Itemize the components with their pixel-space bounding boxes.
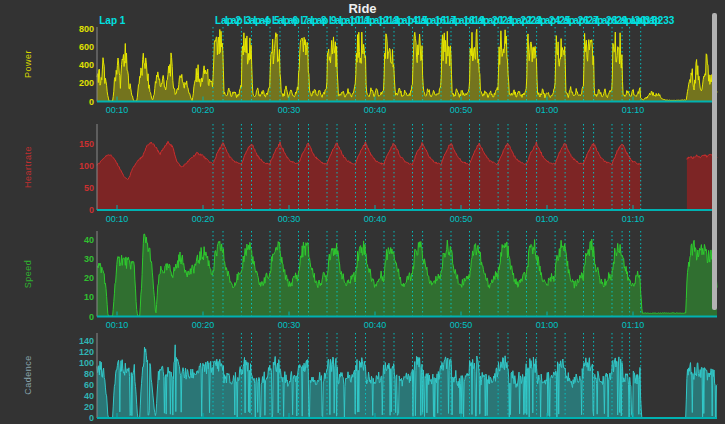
y-tick-label: 0	[60, 312, 94, 322]
vertical-scrollbar[interactable]	[710, 0, 719, 424]
cadence-axis-label: Cadence	[23, 335, 35, 415]
time-tick-label: 00:50	[439, 105, 483, 116]
lap-label: Lap 33	[643, 15, 675, 26]
time-tick-label: 00:40	[353, 214, 397, 225]
page-title: Ride	[0, 1, 725, 16]
time-tick-label: 00:30	[267, 214, 311, 225]
power-axis-label: Power	[23, 24, 35, 104]
y-tick-label: 800	[60, 24, 94, 34]
time-tick-label: 00:40	[353, 320, 397, 331]
time-tick-label: 01:10	[611, 105, 655, 116]
time-tick-label: 00:40	[353, 105, 397, 116]
y-tick-label: 60	[60, 380, 94, 390]
lap-label: Lap 1	[99, 15, 125, 26]
y-tick-label: 600	[60, 42, 94, 52]
time-tick-label: 01:00	[525, 320, 569, 331]
y-tick-label: 150	[60, 139, 94, 149]
time-tick-label: 00:20	[181, 105, 225, 116]
y-tick-label: 30	[60, 254, 94, 264]
y-tick-label: 0	[60, 413, 94, 423]
time-tick-label: 01:10	[611, 320, 655, 331]
y-tick-label: 100	[60, 358, 94, 368]
time-tick-label: 00:10	[95, 214, 139, 225]
time-tick-label: 00:10	[95, 105, 139, 116]
heartrate-plot-area[interactable]	[97, 124, 717, 210]
speed-plot-area[interactable]	[97, 231, 717, 317]
y-tick-label: 100	[60, 161, 94, 171]
time-tick-label: 00:50	[439, 214, 483, 225]
power-plot-area[interactable]	[97, 27, 717, 102]
scrollbar-thumb[interactable]	[712, 13, 717, 310]
y-tick-label: 40	[60, 235, 94, 245]
time-tick-label: 00:20	[181, 214, 225, 225]
time-tick-label: 00:20	[181, 320, 225, 331]
cadence-plot-area[interactable]	[97, 333, 717, 418]
speed-axis-label: Speed	[23, 234, 35, 314]
y-tick-label: 120	[60, 347, 94, 357]
y-tick-label: 0	[60, 205, 94, 215]
time-tick-label: 01:00	[525, 214, 569, 225]
time-tick-label: 00:30	[267, 320, 311, 331]
y-tick-label: 0	[60, 97, 94, 107]
y-tick-label: 200	[60, 78, 94, 88]
y-tick-label: 20	[60, 273, 94, 283]
y-tick-label: 140	[60, 336, 94, 346]
time-tick-label: 00:10	[95, 320, 139, 331]
y-tick-label: 50	[60, 183, 94, 193]
ride-analysis-window: Ride 020040060080000:1000:2000:3000:4000…	[0, 0, 725, 424]
y-tick-label: 400	[60, 60, 94, 70]
y-tick-label: 40	[60, 391, 94, 401]
y-tick-label: 10	[60, 292, 94, 302]
time-tick-label: 00:30	[267, 105, 311, 116]
time-tick-label: 01:10	[611, 214, 655, 225]
y-tick-label: 80	[60, 369, 94, 379]
y-tick-label: 20	[60, 402, 94, 412]
time-tick-label: 01:00	[525, 105, 569, 116]
time-tick-label: 00:50	[439, 320, 483, 331]
heartrate-axis-label: Heartrate	[23, 127, 35, 207]
